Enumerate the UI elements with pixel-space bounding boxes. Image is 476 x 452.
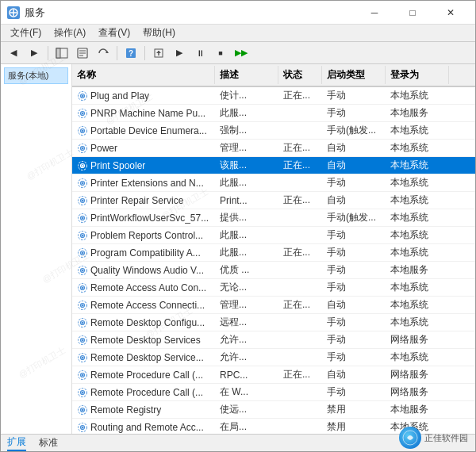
cell-status-15 <box>278 349 322 366</box>
table-row[interactable]: Portable Device Enumera...强制...手动(触发...本… <box>72 122 475 140</box>
table-row[interactable]: Remote Access Connecti...管理...正在...自动本地系… <box>72 297 475 314</box>
table-row[interactable]: Printer Extensions and N...此服...手动本地系统 <box>72 174 475 192</box>
service-name: Program Compatibility A... <box>90 247 201 259</box>
menu-bar: 文件(F)操作(A)查看(V)帮助(H) <box>1 25 475 42</box>
cell-name-8: Problem Reports Control... <box>72 227 215 243</box>
table-row[interactable]: Program Compatibility A...此服...正在...手动本地… <box>72 244 475 262</box>
table-row[interactable]: Remote Desktop Service...允许...手动本地系统 <box>72 349 475 366</box>
help-button[interactable]: ? <box>121 44 140 62</box>
table-row[interactable]: Remote Procedure Call (...RPC...正在...自动网… <box>72 366 475 384</box>
cell-desc-14: 允许... <box>215 331 278 348</box>
cell-name-6: Printer Repair Service <box>72 192 215 209</box>
table-row[interactable]: Remote Access Auto Con...无论...手动本地系统 <box>72 279 475 297</box>
service-icon <box>77 282 88 293</box>
table-row[interactable]: Quality Windows Audio V...优质 ...手动本地服务 <box>72 262 475 279</box>
table-row[interactable]: PNRP Machine Name Pu...此服...手动本地服务 <box>72 105 475 122</box>
cell-startup-16: 自动 <box>322 366 386 383</box>
service-name: Routing and Remote Acc... <box>90 422 204 433</box>
cell-status-19 <box>278 419 322 434</box>
col-header-status[interactable]: 状态 <box>278 66 322 84</box>
service-icon <box>77 351 88 363</box>
refresh-button[interactable] <box>94 44 113 62</box>
cell-desc-2: 强制... <box>215 122 278 139</box>
window-controls: ─ □ ✕ <box>356 1 469 25</box>
table-row[interactable]: Power管理...正在...自动本地系统 <box>72 140 475 157</box>
service-name: Remote Desktop Services <box>90 335 201 346</box>
table-row[interactable]: Remote Procedure Call (...在 W...手动网络服务 <box>72 384 475 401</box>
cell-login-17: 网络服务 <box>386 384 449 400</box>
cell-name-2: Portable Device Enumera... <box>72 122 215 139</box>
cell-name-1: PNRP Machine Name Pu... <box>72 105 215 121</box>
maximize-button[interactable]: □ <box>394 1 431 25</box>
table-row[interactable]: Print Spooler该服...正在...自动本地系统 <box>72 157 475 174</box>
table-row[interactable]: Remote Desktop Services允许...手动网络服务 <box>72 331 475 349</box>
restart-button[interactable]: ▶▶ <box>232 44 251 62</box>
cell-desc-11: 无论... <box>215 279 278 296</box>
service-icon <box>77 90 88 102</box>
table-row[interactable]: Problem Reports Control...此服...手动本地系统 <box>72 227 475 244</box>
close-button[interactable]: ✕ <box>432 1 469 25</box>
cell-status-8 <box>278 227 322 243</box>
col-header-startup[interactable]: 启动类型 <box>322 66 386 84</box>
service-name: Remote Registry <box>90 404 161 416</box>
play-button[interactable]: ▶ <box>170 44 189 62</box>
col-header-desc[interactable]: 描述 <box>215 66 278 84</box>
cell-desc-10: 优质 ... <box>215 262 278 278</box>
cell-name-15: Remote Desktop Service... <box>72 349 215 366</box>
window-title: 服务 <box>25 6 45 20</box>
svg-point-68 <box>82 391 84 393</box>
minimize-button[interactable]: ─ <box>356 1 393 25</box>
properties-button[interactable] <box>73 44 92 62</box>
table-row[interactable]: Remote Registry使远...禁用本地服务 <box>72 401 475 419</box>
back-button[interactable]: ◀ <box>4 44 23 62</box>
table-body[interactable]: Plug and Play使计...正在...手动本地系统 PNRP Machi… <box>72 87 475 434</box>
tab-extended[interactable]: 扩展 <box>7 435 26 451</box>
table-row[interactable]: Plug and Play使计...正在...手动本地系统 <box>72 87 475 105</box>
col-header-login[interactable]: 登录为 <box>386 66 449 84</box>
cell-desc-7: 提供... <box>215 209 278 226</box>
svg-point-71 <box>82 408 84 411</box>
cell-name-3: Power <box>72 140 215 156</box>
svg-point-17 <box>82 94 84 97</box>
service-name: Portable Device Enumera... <box>90 125 207 136</box>
cell-desc-13: 远程... <box>215 314 278 331</box>
tab-standard[interactable]: 标准 <box>39 436 58 450</box>
service-name: Problem Reports Control... <box>90 230 203 241</box>
cell-startup-5: 手动 <box>322 174 386 191</box>
menu-item-f[interactable]: 文件(F) <box>4 25 48 41</box>
service-icon <box>77 229 88 241</box>
service-icon <box>77 369 88 381</box>
cell-status-2 <box>278 122 322 139</box>
table-row[interactable]: PrintWorkflowUserSvc_57...提供...手动(触发...本… <box>72 209 475 227</box>
menu-item-h[interactable]: 帮助(H) <box>136 25 182 41</box>
svg-point-38 <box>82 216 84 219</box>
sidebar-item-label: 服务(本地) <box>8 71 48 80</box>
cell-startup-15: 手动 <box>322 349 386 366</box>
service-name: Remote Procedure Call (... <box>90 387 203 398</box>
svg-point-53 <box>82 304 84 306</box>
export-button[interactable] <box>149 44 168 62</box>
service-name: Printer Repair Service <box>90 195 183 206</box>
forward-button[interactable]: ▶ <box>25 44 44 62</box>
cell-status-3: 正在... <box>278 140 322 156</box>
menu-item-a[interactable]: 操作(A) <box>48 25 92 41</box>
cell-desc-9: 此服... <box>215 244 278 261</box>
cell-name-17: Remote Procedure Call (... <box>72 384 215 400</box>
pause-button[interactable]: ⏸ <box>190 44 209 62</box>
table-row[interactable]: Remote Desktop Configu...远程...手动本地系统 <box>72 314 475 331</box>
service-name: Plug and Play <box>90 90 149 102</box>
toolbar-separator-3 <box>144 46 145 60</box>
cell-name-16: Remote Procedure Call (... <box>72 366 215 383</box>
show-hide-button[interactable] <box>52 44 71 62</box>
menu-item-v[interactable]: 查看(V) <box>92 25 136 41</box>
sidebar-item-local[interactable]: 服务(本地) <box>4 67 68 84</box>
cell-startup-8: 手动 <box>322 227 386 243</box>
content-area: 服务(本地) 名称 描述 状态 启动类型 登录为 Plug and Play使计… <box>1 64 475 434</box>
stop-button[interactable]: ■ <box>211 44 230 62</box>
cell-name-5: Printer Extensions and N... <box>72 174 215 191</box>
col-header-name[interactable]: 名称 <box>72 66 215 84</box>
table-row[interactable]: Printer Repair ServicePrint...正在...自动本地系… <box>72 192 475 209</box>
cell-startup-10: 手动 <box>322 262 386 278</box>
cell-name-18: Remote Registry <box>72 401 215 418</box>
cell-desc-6: Print... <box>215 192 278 209</box>
